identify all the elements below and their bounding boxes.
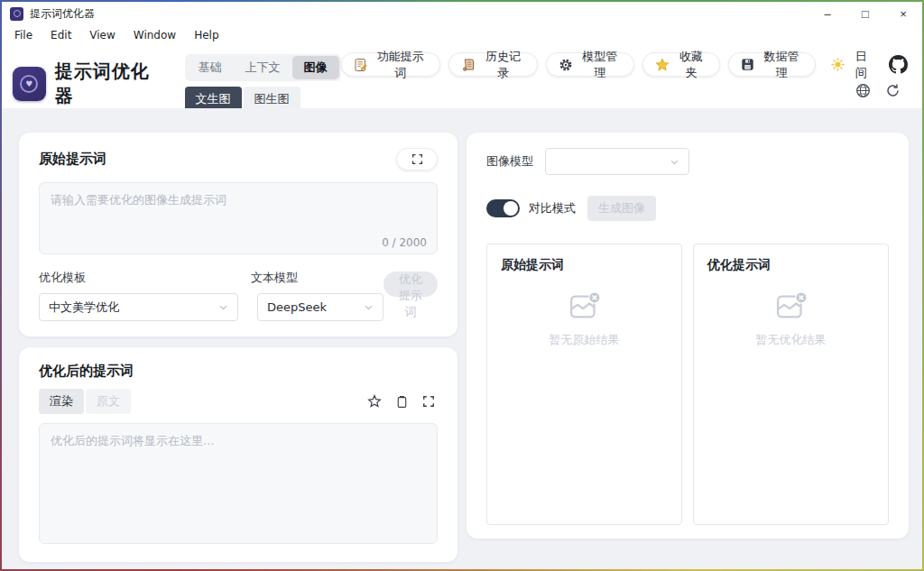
window-controls: – □ ×: [808, 2, 922, 25]
toggle-knob: [504, 201, 518, 216]
right-column: 图像模型 对比模式 生成图像 原始提示词: [467, 133, 909, 539]
expand-icon: [411, 153, 423, 165]
image-model-row: 图像模型: [486, 148, 889, 175]
window-title: 提示词优化器: [30, 6, 95, 22]
original-prompt-card: 原始提示词 0 / 2000 优化模板 中文美学优化: [19, 133, 457, 336]
menu-help[interactable]: Help: [187, 27, 226, 43]
optimized-prompt-title: 优化后的提示词: [39, 363, 134, 379]
no-image-icon: [566, 288, 604, 326]
favorite-button[interactable]: [367, 394, 382, 409]
github-link[interactable]: [887, 55, 910, 74]
optimized-empty-state: 暂无优化结果: [707, 288, 874, 348]
gear-icon: [559, 58, 573, 72]
app-icon-ring: [14, 10, 21, 17]
clipboard-icon: [395, 395, 409, 409]
chevron-down-icon: [364, 302, 374, 312]
expand-optimized-button[interactable]: [422, 395, 435, 408]
optimize-controls: 优化模板 中文美学优化 文本模型 DeepSeek 优化提示词: [39, 270, 438, 321]
menu-edit[interactable]: Edit: [43, 27, 79, 43]
github-icon: [889, 55, 908, 74]
result-panels: 原始提示词 暂无原始结果 优化提示词 暂无优化结果: [486, 244, 889, 525]
header-tabs: 基础 上下文 图像 文生图 图生图: [185, 54, 341, 112]
text-model-select[interactable]: DeepSeek: [257, 293, 383, 321]
memo-icon: [354, 58, 368, 72]
view-mode-tabs: 渲染 原文: [39, 389, 131, 414]
original-result-panel: 原始提示词 暂无原始结果: [486, 244, 682, 525]
chevron-down-icon: [218, 302, 228, 312]
optimized-empty-text: 暂无优化结果: [756, 332, 827, 348]
original-prompt-header: 原始提示词: [39, 148, 438, 170]
generate-image-button[interactable]: 生成图像: [587, 196, 656, 221]
tab-basic[interactable]: 基础: [187, 56, 234, 79]
image-model-select[interactable]: [545, 148, 689, 175]
app-window: 提示词优化器 – □ × File Edit View Window Help …: [2, 2, 922, 569]
data-manage-button[interactable]: 数据管理: [728, 52, 816, 77]
menu-file[interactable]: File: [7, 27, 40, 43]
optimized-prompt-output[interactable]: [39, 423, 438, 544]
theme-toggle-button[interactable]: 日间: [824, 52, 879, 77]
text-model-select-value: DeepSeek: [267, 300, 327, 314]
close-button[interactable]: ×: [884, 2, 922, 25]
original-prompt-input[interactable]: [39, 182, 438, 254]
optimized-tools-icons: [367, 394, 438, 409]
original-empty-text: 暂无原始结果: [550, 332, 620, 348]
tab-render[interactable]: 渲染: [39, 389, 84, 414]
original-empty-state: 暂无原始结果: [501, 288, 668, 348]
app-icon: [10, 7, 23, 21]
floppy-disk-icon: [741, 58, 754, 71]
optimize-button[interactable]: 优化提示词: [383, 272, 438, 297]
char-count: 0 / 2000: [382, 236, 427, 249]
main-content: 原始提示词 0 / 2000 优化模板 中文美学优化: [2, 108, 922, 569]
language-button[interactable]: [855, 83, 871, 98]
menu-view[interactable]: View: [82, 27, 122, 43]
copy-button[interactable]: [395, 395, 409, 409]
optimized-result-title: 优化提示词: [707, 257, 874, 273]
minimize-button[interactable]: –: [808, 2, 846, 25]
template-select[interactable]: 中文美学优化: [39, 293, 238, 321]
sun-icon: [831, 58, 845, 71]
window-frame: 提示词优化器 – □ × File Edit View Window Help …: [0, 0, 924, 571]
app-header: ♥ 提示词优化器 基础 上下文 图像 文生图 图生图 功能提示词: [2, 45, 922, 108]
favorites-button[interactable]: 收藏夹: [642, 52, 720, 77]
tab-source[interactable]: 原文: [86, 389, 131, 414]
data-manage-label: 数据管理: [760, 49, 803, 81]
left-column: 原始提示词 0 / 2000 优化模板 中文美学优化: [19, 133, 457, 562]
theme-label: 日间: [850, 49, 872, 81]
optimized-tools-row: 渲染 原文: [39, 389, 438, 414]
model-manage-button[interactable]: 模型管理: [546, 52, 634, 77]
image-model-label: 图像模型: [486, 153, 533, 170]
app-logo: ♥ 提示词优化器: [13, 60, 165, 108]
logo-icon: ♥: [13, 67, 46, 101]
history-label: 历史记录: [481, 49, 524, 81]
refresh-button[interactable]: [885, 83, 901, 98]
mode-tabs: 基础 上下文 图像: [185, 54, 341, 81]
expand-icon: [422, 395, 435, 408]
optimized-output-wrap: [39, 423, 438, 547]
chevron-down-icon: [670, 157, 679, 167]
function-prompts-button[interactable]: 功能提示词: [341, 52, 441, 77]
menubar: File Edit View Window Help: [2, 25, 922, 45]
template-select-value: 中文美学优化: [49, 299, 119, 316]
function-prompts-label: 功能提示词: [374, 49, 429, 81]
no-image-icon: [772, 288, 810, 326]
template-label: 优化模板: [39, 270, 238, 286]
compare-mode-label: 对比模式: [529, 200, 576, 216]
menu-window[interactable]: Window: [126, 27, 183, 43]
tab-context[interactable]: 上下文: [234, 56, 292, 79]
expand-original-button[interactable]: [396, 148, 438, 170]
header-actions-row2: [341, 83, 910, 98]
maximize-button[interactable]: □: [846, 2, 884, 25]
original-prompt-title: 原始提示词: [39, 151, 106, 168]
text-model-label: 文本模型: [251, 270, 383, 286]
compare-mode-row: 对比模式 生成图像: [486, 196, 889, 221]
history-button[interactable]: 历史记录: [448, 52, 537, 77]
titlebar: 提示词优化器 – □ ×: [2, 2, 922, 25]
star-icon: [655, 58, 670, 72]
tab-image[interactable]: 图像: [292, 56, 339, 79]
original-prompt-input-wrap: 0 / 2000: [39, 182, 438, 257]
titlebar-left: 提示词优化器: [10, 6, 808, 22]
compare-mode-toggle[interactable]: [486, 199, 520, 217]
header-actions: 功能提示词 历史记录 模型管理 收藏夹 数据管理: [341, 52, 910, 98]
favorites-label: 收藏夹: [675, 49, 707, 81]
maximize-icon: □: [862, 7, 869, 21]
